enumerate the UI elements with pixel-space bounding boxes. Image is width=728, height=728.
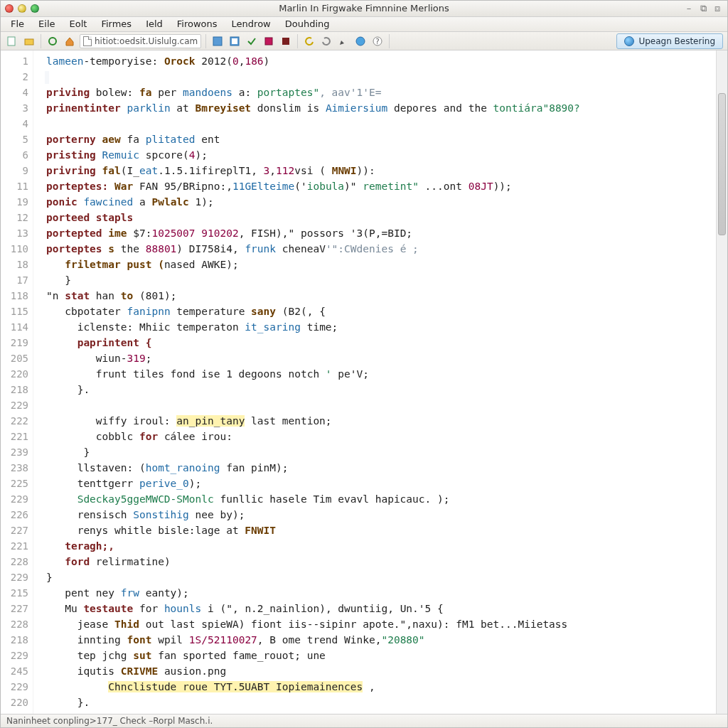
tb-check-icon[interactable]: [245, 34, 259, 48]
svg-rect-6: [265, 38, 272, 45]
toolbar-separator: [389, 34, 390, 48]
line-number-gutter[interactable]: 1243456911191213110181711811511421920522…: [1, 50, 33, 713]
page-icon: [83, 36, 92, 46]
address-bar[interactable]: hitiot:oedsit.Uislulg.cam: [80, 34, 201, 48]
tb-tile2-icon[interactable]: [228, 34, 242, 48]
toolbar-separator: [205, 34, 206, 48]
menu-eolt[interactable]: Eolt: [63, 17, 95, 31]
tb-edit-icon[interactable]: [336, 34, 350, 48]
restore-button[interactable]: ⧉: [697, 3, 709, 14]
tb-home-icon[interactable]: [63, 34, 77, 48]
menu-file[interactable]: Fle: [4, 17, 31, 31]
tb-tile1-icon[interactable]: [210, 34, 225, 48]
svg-point-2: [49, 38, 56, 45]
svg-rect-1: [25, 39, 33, 45]
app-window: Marlin In Firgwake Fimnnine Merlions – ⧉…: [0, 0, 728, 728]
toolbar: hitiot:oedsit.Uislulg.cam ? Upeagn Beste…: [1, 32, 727, 50]
tab-label: Upeagn Bestering: [638, 36, 715, 46]
menu-firmes[interactable]: Firmes: [94, 17, 139, 31]
menu-firowons[interactable]: Firowons: [170, 17, 225, 31]
svg-text:?: ?: [376, 38, 380, 46]
svg-rect-3: [213, 37, 222, 46]
tb-redo-icon[interactable]: [319, 34, 333, 48]
window-controls-left: [5, 4, 39, 13]
globe-icon: [624, 36, 634, 46]
status-text: Naninheet conpling>177_ Check –Rorpl Mas…: [6, 716, 213, 726]
maximize-window-icon[interactable]: [31, 4, 39, 13]
menu-ield[interactable]: Ield: [139, 17, 170, 31]
svg-rect-5: [232, 38, 237, 44]
tb-globe-icon[interactable]: [353, 34, 368, 48]
window-controls-right: – ⧉ ⧈: [683, 3, 723, 14]
code-view[interactable]: lameen-temporyise: Orock 2012(0,186)priv…: [42, 50, 716, 713]
active-tab[interactable]: Upeagn Bestering: [616, 33, 723, 49]
svg-point-8: [356, 37, 365, 46]
editor-area: 1243456911191213110181711811511421920522…: [1, 50, 727, 713]
tb-book-icon[interactable]: [262, 34, 276, 48]
titlebar[interactable]: Marlin In Firgwake Fimnnine Merlions – ⧉…: [1, 1, 727, 17]
menu-douhding[interactable]: Douhding: [278, 17, 337, 31]
tb-stop-icon[interactable]: [279, 34, 293, 48]
tb-help-icon[interactable]: ?: [370, 34, 385, 48]
toolbar-separator: [297, 34, 298, 48]
menubar[interactable]: Fle Eile Eolt Firmes Ield Firowons Lendr…: [1, 17, 727, 32]
tb-refresh-icon[interactable]: [46, 34, 60, 48]
fold-column[interactable]: [33, 50, 42, 713]
statusbar: Naninheet conpling>177_ Check –Rorpl Mas…: [1, 714, 727, 727]
minimize-window-icon[interactable]: [18, 4, 26, 13]
window-title: Marlin In Firgwake Fimnnine Merlions: [1, 3, 727, 14]
minimize-button[interactable]: –: [683, 3, 695, 14]
toolbar-separator: [41, 34, 41, 48]
menu-eile[interactable]: Eile: [31, 17, 62, 31]
close-window-icon[interactable]: [5, 4, 14, 13]
vertical-scrollbar[interactable]: [716, 50, 727, 713]
scrollbar-thumb[interactable]: [718, 93, 726, 235]
close-button[interactable]: ⧈: [712, 3, 723, 14]
svg-rect-7: [282, 38, 289, 45]
svg-rect-0: [8, 37, 15, 46]
tb-undo-icon[interactable]: [302, 34, 316, 48]
address-text: hitiot:oedsit.Uislulg.cam: [95, 36, 198, 46]
tb-open-icon[interactable]: [22, 34, 36, 48]
menu-lendrow[interactable]: Lendrow: [225, 17, 278, 31]
tb-new-icon[interactable]: [5, 34, 19, 48]
